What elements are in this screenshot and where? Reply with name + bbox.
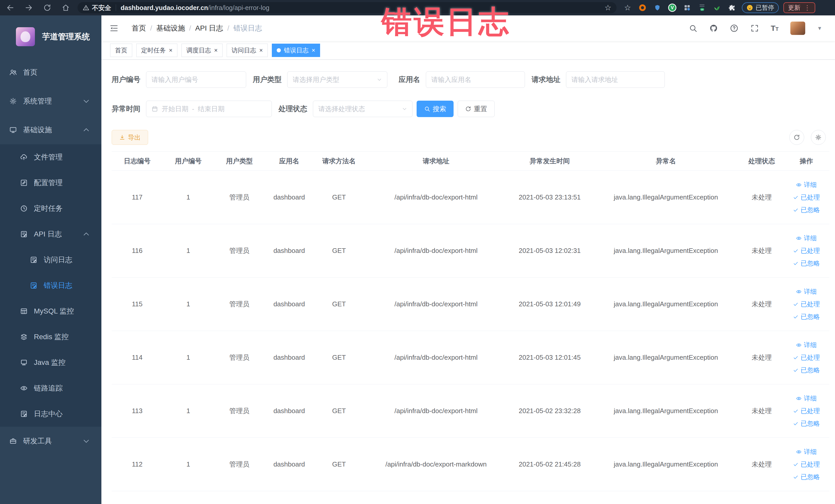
sidebar-item-label: 访问日志	[44, 255, 73, 265]
sidebar-item-基础设施[interactable]: 基础设施	[0, 116, 101, 144]
action-详细[interactable]: 详细	[796, 394, 816, 403]
sidebar-item-首页[interactable]: 首页	[0, 58, 101, 87]
tab-访问日志[interactable]: 访问日志×	[227, 44, 268, 57]
action-已处理[interactable]: 已处理	[793, 246, 820, 255]
process-status-select[interactable]: 请选择处理状态	[313, 101, 412, 117]
bookmark-star-icon[interactable]: ☆	[623, 3, 632, 12]
reset-button[interactable]: 重置	[458, 101, 495, 117]
action-已忽略[interactable]: 已忽略	[793, 473, 820, 481]
leaf-extension-icon[interactable]	[713, 3, 721, 12]
reload-icon[interactable]	[43, 4, 51, 12]
update-button[interactable]: 更新 ⋮	[783, 2, 815, 13]
close-icon[interactable]: ×	[169, 47, 172, 54]
breadcrumb-item[interactable]: 基础设施	[156, 23, 185, 33]
tab-错误日志[interactable]: 错误日志×	[272, 44, 320, 57]
caret-down-icon[interactable]: ▼	[817, 25, 822, 31]
cell-user_id: 1	[163, 354, 214, 362]
action-label: 详细	[804, 447, 816, 456]
bookmark-star-icon[interactable]: ☆	[605, 4, 611, 12]
close-icon[interactable]: ×	[214, 47, 218, 54]
app-name-field[interactable]	[431, 76, 520, 84]
sidebar-item-日志中心[interactable]: 日志中心	[0, 401, 101, 427]
tab-定时任务[interactable]: 定时任务×	[136, 44, 177, 57]
close-icon[interactable]: ×	[312, 47, 315, 54]
action-已忽略[interactable]: 已忽略	[793, 366, 820, 374]
forward-icon[interactable]	[25, 4, 33, 12]
back-icon[interactable]	[6, 4, 14, 12]
puzzle-extension-icon[interactable]	[728, 3, 736, 12]
url-path: /infra/log/api-error-log	[208, 4, 269, 12]
date-range-picker[interactable]: 开始日期 - 结束日期	[146, 101, 272, 117]
user-id-field[interactable]	[151, 76, 241, 84]
sidebar-item-Redis 监控[interactable]: Redis 监控	[0, 324, 101, 350]
action-详细[interactable]: 详细	[796, 447, 816, 456]
breadcrumb-item[interactable]: 首页	[132, 23, 146, 33]
column-header: 异常发生时间	[507, 157, 592, 166]
breadcrumb-item[interactable]: API 日志	[195, 23, 223, 33]
export-button[interactable]: 导出	[111, 130, 148, 145]
action-已处理[interactable]: 已处理	[793, 460, 820, 468]
action-详细[interactable]: 详细	[796, 287, 816, 296]
sidebar-item-文件管理[interactable]: 文件管理	[0, 144, 101, 170]
green-v-extension-icon[interactable]: V	[668, 3, 677, 12]
user-id-input[interactable]	[146, 72, 246, 88]
kebab-menu-icon[interactable]: ⋮	[804, 4, 811, 12]
tab-调度日志[interactable]: 调度日志×	[182, 44, 223, 57]
on-badge-extension-icon[interactable]: on	[698, 3, 707, 12]
sidebar-item-系统管理[interactable]: 系统管理	[0, 87, 101, 116]
check-icon	[793, 355, 798, 361]
sidebar-item-错误日志[interactable]: 错误日志	[0, 273, 101, 298]
sidebar-item-Java 监控[interactable]: Java 监控	[0, 350, 101, 375]
search-icon[interactable]	[689, 24, 697, 33]
sidebar-item-研发工具[interactable]: 研发工具	[0, 427, 101, 456]
app-name-input[interactable]	[426, 72, 525, 88]
cell-method: GET	[313, 460, 365, 468]
help-icon[interactable]	[730, 24, 738, 33]
refresh-table-button[interactable]	[789, 130, 804, 145]
font-size-icon[interactable]: TT	[771, 24, 779, 33]
app-logo[interactable]: 芋道管理系统	[0, 15, 101, 58]
action-已忽略[interactable]: 已忽略	[793, 259, 820, 267]
search-button[interactable]: 搜索	[416, 101, 453, 117]
avatar[interactable]	[790, 22, 805, 35]
paused-badge[interactable]: 已暂停	[742, 2, 779, 13]
request-url-field[interactable]	[571, 76, 659, 84]
action-已处理[interactable]: 已处理	[793, 193, 820, 202]
orange-extension-icon[interactable]	[638, 3, 647, 12]
action-已忽略[interactable]: 已忽略	[793, 419, 820, 428]
user-type-select[interactable]: 请选择用户类型	[287, 72, 387, 88]
gear-icon	[9, 97, 17, 105]
users-icon	[9, 68, 17, 76]
breadcrumb-separator: /	[227, 24, 229, 32]
tab-首页[interactable]: 首页	[110, 44, 132, 57]
search-label: 搜索	[433, 104, 446, 114]
shield-extension-icon[interactable]	[653, 3, 662, 12]
sidebar-item-配置管理[interactable]: 配置管理	[0, 170, 101, 196]
sidebar-item-定时任务[interactable]: 定时任务	[0, 196, 101, 221]
action-已处理[interactable]: 已处理	[793, 353, 820, 362]
fullscreen-icon[interactable]	[750, 24, 759, 33]
action-已忽略[interactable]: 已忽略	[793, 206, 820, 214]
action-已处理[interactable]: 已处理	[793, 407, 820, 415]
action-详细[interactable]: 详细	[796, 234, 816, 242]
grid-extension-icon[interactable]	[683, 3, 692, 12]
sidebar-item-链路追踪[interactable]: 链路追踪	[0, 375, 101, 401]
action-label: 已忽略	[801, 419, 820, 428]
address-bar[interactable]: 不安全 dashboard.yudao.iocoder.cn /infra/lo…	[78, 2, 616, 13]
action-详细[interactable]: 详细	[796, 181, 816, 189]
action-已处理[interactable]: 已处理	[793, 300, 820, 308]
sidebar-item-API 日志[interactable]: API 日志	[0, 221, 101, 247]
sidebar-item-MySQL 监控[interactable]: MySQL 监控	[0, 298, 101, 324]
tab-label: 首页	[115, 46, 127, 55]
hamburger-icon[interactable]	[109, 24, 118, 33]
action-已忽略[interactable]: 已忽略	[793, 313, 820, 321]
sidebar-item-访问日志[interactable]: 访问日志	[0, 247, 101, 273]
column-settings-button[interactable]	[811, 130, 826, 145]
action-详细[interactable]: 详细	[796, 341, 816, 349]
column-header: 应用名	[265, 157, 313, 166]
home-icon[interactable]	[62, 4, 70, 12]
github-icon[interactable]	[709, 24, 718, 33]
request-url-input[interactable]	[566, 72, 665, 88]
close-icon[interactable]: ×	[259, 47, 263, 54]
action-label: 已处理	[801, 300, 820, 308]
